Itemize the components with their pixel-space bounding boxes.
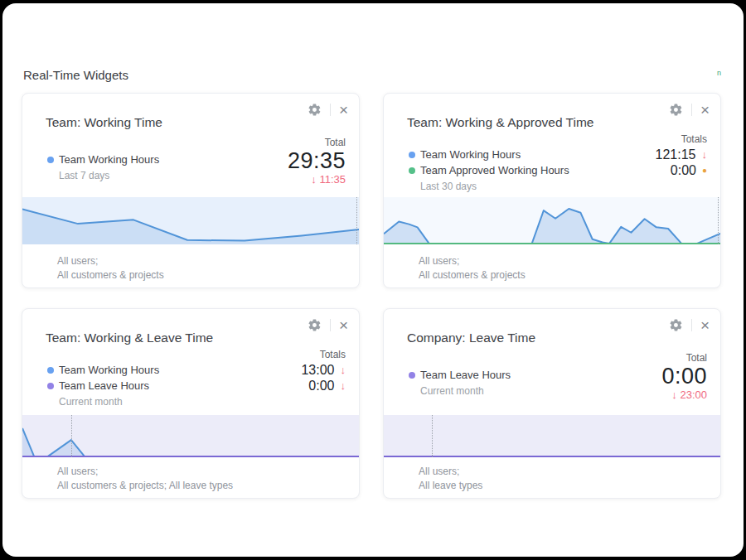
- totals-label: Total: [661, 352, 707, 364]
- legend-label: Team Approved Working Hours: [420, 164, 569, 176]
- filter-line: All users;: [57, 465, 346, 479]
- legend-item: Team Working Hours: [409, 148, 521, 161]
- delta-value: 23:00: [680, 389, 707, 401]
- actions-divider: [691, 319, 692, 331]
- close-icon[interactable]: ×: [700, 104, 710, 116]
- arrow-down-icon: ↓: [311, 173, 317, 186]
- legend-label: Team Leave Hours: [59, 379, 149, 392]
- totals-label: Totals: [409, 133, 707, 145]
- status-dot-icon: ●: [702, 167, 707, 175]
- legend-item: Team Leave Hours: [409, 367, 511, 383]
- dashboard-window: Real-Time Widgets n × Team: Working Time…: [2, 3, 744, 557]
- widget-filters: All users; All customers & projects; All…: [57, 465, 346, 493]
- stat-value-group: 13:00 ↓: [301, 363, 346, 378]
- stat-value-group: 0:00 ↓: [308, 379, 346, 393]
- chart-svg: [22, 197, 359, 244]
- gear-icon[interactable]: [669, 103, 683, 117]
- legend-item: Team Approved Working Hours: [409, 164, 569, 176]
- legend-label: Team Working Hours: [59, 153, 159, 166]
- chart-baseline: [384, 456, 720, 457]
- filter-line: All users;: [57, 254, 346, 268]
- total-delta: ↓ 23:00: [661, 389, 707, 401]
- close-icon[interactable]: ×: [700, 319, 710, 331]
- legend-item: Team Working Hours: [47, 364, 159, 376]
- legend-dot-icon: [47, 383, 54, 389]
- chart-baseline: [22, 456, 359, 457]
- current-time-marker-line: [356, 197, 357, 244]
- period-label: Current month: [59, 396, 346, 408]
- legend-dot-icon: [409, 372, 415, 379]
- close-icon[interactable]: ×: [339, 319, 348, 331]
- sparkline-chart: [22, 415, 359, 457]
- widget-actions: ×: [308, 103, 348, 117]
- filter-line: All customers & projects; All leave type…: [57, 479, 346, 493]
- widget-card-team-working-approved-time: × Team: Working & Approved Time Totals T…: [383, 93, 721, 288]
- widget-title: Company: Leave Time: [407, 331, 707, 345]
- widget-filters: All users; All customers & projects: [419, 254, 707, 282]
- stat-value-group: 0:00 ●: [671, 163, 707, 178]
- widget-summary: Team Working Hours Last 7 days Total 29:…: [22, 137, 359, 186]
- actions-divider: [330, 104, 331, 116]
- sparkline-chart: [384, 415, 720, 457]
- widget-actions: ×: [308, 318, 348, 332]
- screenshot-root: { "page": { "heading": "Real-Time Widget…: [0, 0, 746, 560]
- arrow-down-icon: ↓: [341, 364, 346, 375]
- stat-value-group: 121:15 ↓: [656, 147, 707, 162]
- actions-divider: [330, 319, 331, 331]
- stat-value: 0:00: [671, 163, 696, 178]
- widget-summary: Totals Team Working Hours 121:15 ↓ Team …: [384, 133, 720, 192]
- filter-line: All customers & projects: [57, 268, 346, 282]
- current-time-marker-line: [71, 415, 72, 457]
- sparkline-chart: [384, 197, 720, 244]
- legend-dot-icon: [409, 152, 415, 158]
- total-value: 29:35: [288, 148, 346, 173]
- current-time-marker-line: [432, 415, 433, 457]
- legend: Team Working Hours Last 7 days: [47, 152, 159, 181]
- filter-line: All users;: [419, 465, 707, 479]
- widget-card-team-working-leave-time: × Team: Working & Leave Time Totals Team…: [22, 308, 360, 499]
- widget-title: Team: Working & Leave Time: [46, 331, 346, 345]
- totals-label: Total: [288, 137, 346, 148]
- chart-svg: [384, 197, 720, 244]
- gear-icon[interactable]: [308, 318, 322, 332]
- legend-label: Team Leave Hours: [420, 369, 511, 381]
- total-delta: ↓ 11:35: [288, 173, 346, 186]
- delta-value: 11:35: [319, 173, 346, 186]
- widget-title: Team: Working Time: [46, 115, 346, 130]
- legend-dot-icon: [47, 367, 54, 374]
- legend-item: Team Leave Hours: [47, 379, 149, 392]
- filter-line: All users;: [419, 254, 707, 268]
- widget-filters: All users; All leave types: [419, 465, 707, 493]
- gear-icon[interactable]: [669, 318, 683, 332]
- legend-label: Team Working Hours: [420, 148, 521, 161]
- legend-label: Team Working Hours: [59, 364, 159, 376]
- gear-icon[interactable]: [308, 103, 322, 117]
- chart-svg: [22, 415, 359, 457]
- totals-block: Total 29:35 ↓ 11:35: [288, 137, 346, 186]
- stat-value: 13:00: [301, 363, 334, 378]
- widget-card-company-leave-time: × Company: Leave Time Team Leave Hours C…: [383, 308, 721, 499]
- sparkline-chart: [22, 197, 359, 244]
- period-label: Last 7 days: [59, 170, 159, 181]
- stat-row: Team Approved Working Hours 0:00 ●: [409, 162, 707, 178]
- filter-line: All customers & projects: [419, 268, 707, 282]
- actions-divider: [691, 104, 692, 116]
- widget-actions: ×: [669, 318, 710, 332]
- stat-value: 0:00: [308, 379, 334, 393]
- legend-dot-icon: [47, 157, 54, 163]
- page-title: Real-Time Widgets: [23, 68, 128, 82]
- close-icon[interactable]: ×: [339, 104, 348, 116]
- stat-value: 121:15: [656, 147, 696, 162]
- legend-dot-icon: [409, 167, 415, 174]
- stat-row: Team Working Hours 13:00 ↓: [47, 362, 346, 378]
- arrow-down-icon: ↓: [702, 149, 708, 160]
- period-label: Current month: [420, 385, 511, 397]
- arrow-down-icon: ↓: [341, 380, 346, 391]
- clipped-text-fragment: n: [717, 69, 721, 77]
- stat-row: Team Working Hours 121:15 ↓: [409, 147, 707, 162]
- widget-summary: Team Leave Hours Current month Total 0:0…: [384, 352, 720, 401]
- legend: Team Leave Hours Current month: [409, 367, 511, 397]
- widget-filters: All users; All customers & projects: [57, 254, 346, 282]
- totals-block: Total 0:00 ↓ 23:00: [661, 352, 707, 401]
- widget-title: Team: Working & Approved Time: [407, 115, 707, 130]
